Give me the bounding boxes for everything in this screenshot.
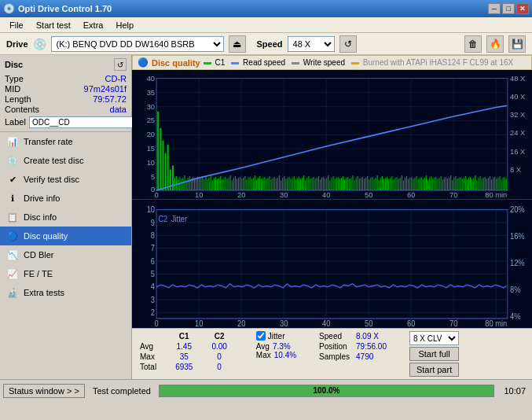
svg-rect-247 — [496, 179, 497, 190]
start-full-button[interactable]: Start full — [409, 347, 459, 361]
legend-write-speed: Write speed — [292, 58, 345, 67]
svg-rect-158 — [350, 178, 351, 190]
progress-label: 100.0% — [160, 385, 493, 396]
minimize-button[interactable]: ─ — [488, 3, 501, 14]
main-container: Disc ↺ Type CD-R MID 97m24s01f Length 79… — [0, 55, 532, 379]
svg-rect-197 — [414, 178, 415, 190]
svg-text:35: 35 — [147, 88, 155, 97]
svg-text:80 min: 80 min — [485, 319, 507, 328]
refresh-button[interactable]: ↺ — [339, 35, 357, 53]
drive-select[interactable]: (K:) BENQ DVD DD DW1640 BSRB — [51, 36, 224, 52]
svg-rect-88 — [237, 179, 237, 190]
svg-text:30: 30 — [280, 190, 288, 198]
verify-test-disc-icon: ✔ — [6, 173, 19, 186]
svg-rect-205 — [427, 180, 428, 190]
svg-rect-188 — [400, 178, 401, 190]
chart-header: 🔵 Disc quality C1 Read speed Write speed — [132, 55, 532, 70]
sidebar-item-disc-quality[interactable]: 🔵 Disc quality — [0, 227, 131, 245]
menu-file[interactable]: File — [3, 19, 30, 31]
svg-rect-73 — [212, 180, 213, 190]
svg-rect-81 — [225, 177, 226, 190]
burn-button[interactable]: 🔥 — [486, 35, 504, 53]
menu-start-test[interactable]: Start test — [30, 19, 77, 31]
svg-text:40 X: 40 X — [510, 92, 526, 101]
app-title: Opti Drive Control 1.70 — [18, 4, 488, 13]
title-bar: 💿 Opti Drive Control 1.70 ─ □ ✕ — [0, 0, 532, 17]
svg-rect-134 — [312, 178, 313, 190]
svg-text:0: 0 — [155, 319, 159, 328]
svg-text:8: 8 — [151, 230, 155, 240]
save-button[interactable]: 💾 — [508, 35, 526, 53]
sidebar-item-drive-info[interactable]: ℹ Drive info — [0, 189, 131, 208]
sidebar-item-verify-test-disc[interactable]: ✔ Verify test disc — [0, 170, 131, 189]
svg-rect-179 — [385, 178, 386, 190]
sidebar-item-transfer-rate[interactable]: 📊 Transfer rate — [0, 132, 131, 151]
app-icon: 💿 — [3, 3, 15, 14]
speed-mode-select[interactable]: 8 X CLV — [409, 331, 459, 345]
svg-rect-233 — [473, 178, 474, 190]
stats-header-c2: C2 — [202, 331, 236, 341]
svg-rect-186 — [397, 177, 398, 190]
nav-label-extra-tests: Extra tests — [24, 288, 64, 297]
svg-rect-182 — [390, 178, 391, 190]
svg-rect-86 — [233, 178, 234, 190]
svg-rect-210 — [435, 177, 436, 190]
chart2-svg: 10 9 8 7 6 5 4 3 2 20% 16% 12% — [132, 200, 532, 329]
maximize-button[interactable]: □ — [502, 3, 515, 14]
jitter-avg-label: Avg — [256, 342, 270, 351]
sidebar-item-create-test-disc[interactable]: 💿 Create test disc — [0, 151, 131, 170]
speed-select[interactable]: 48 X — [288, 36, 335, 52]
start-part-button[interactable]: Start part — [409, 363, 459, 377]
svg-rect-223 — [457, 179, 457, 190]
nav-label-cd-bler: CD Bler — [24, 250, 54, 260]
position-value: 79:56.00 — [353, 341, 390, 352]
sidebar-item-disc-info[interactable]: 📋 Disc info — [0, 208, 131, 227]
svg-text:15: 15 — [147, 144, 155, 153]
status-window-button[interactable]: Status window > > — [3, 384, 85, 398]
svg-rect-240 — [485, 177, 486, 190]
svg-rect-216 — [446, 177, 446, 190]
svg-rect-128 — [302, 178, 303, 190]
svg-rect-181 — [388, 179, 389, 190]
svg-rect-114 — [279, 175, 280, 190]
svg-rect-200 — [420, 178, 420, 190]
svg-rect-68 — [204, 179, 204, 190]
svg-rect-139 — [320, 179, 321, 190]
chart-legend: C1 Read speed Write speed Burned with AT… — [204, 58, 513, 67]
svg-rect-190 — [403, 180, 404, 190]
svg-rect-82 — [226, 179, 227, 190]
svg-rect-167 — [365, 178, 366, 190]
stats-row-avg: Avg 1.45 0.00 — [137, 341, 237, 352]
svg-rect-131 — [306, 178, 307, 190]
disc-refresh-button[interactable]: ↺ — [114, 58, 127, 71]
svg-rect-98 — [253, 178, 254, 190]
sidebar-item-cd-bler[interactable]: 📉 CD Bler — [0, 245, 131, 264]
svg-rect-136 — [315, 179, 316, 190]
erase-button[interactable]: 🗑 — [464, 35, 482, 53]
svg-rect-185 — [394, 178, 395, 190]
sidebar-item-extra-tests[interactable]: 🔬 Extra tests — [0, 283, 131, 302]
svg-rect-91 — [241, 179, 242, 190]
stats-c1-total: 6935 — [166, 362, 202, 372]
svg-rect-214 — [442, 179, 443, 190]
svg-rect-143 — [326, 178, 327, 190]
disc-label-input[interactable] — [29, 116, 135, 128]
svg-text:16 X: 16 X — [510, 146, 526, 155]
menu-extra[interactable]: Extra — [77, 19, 110, 31]
svg-rect-65 — [199, 179, 200, 190]
svg-rect-229 — [467, 179, 468, 190]
svg-rect-112 — [276, 179, 277, 190]
jitter-checkbox[interactable] — [256, 331, 266, 341]
nav-items: 📊 Transfer rate 💿 Create test disc ✔ Ver… — [0, 132, 131, 379]
sidebar-item-fe-te[interactable]: 📈 FE / TE — [0, 264, 131, 283]
menu-help[interactable]: Help — [109, 19, 140, 31]
eject-button[interactable]: ⏏ — [229, 35, 246, 53]
svg-rect-56 — [184, 175, 185, 190]
jitter-label: Jitter — [268, 332, 285, 341]
svg-rect-100 — [256, 180, 257, 190]
svg-rect-213 — [441, 176, 442, 190]
svg-rect-141 — [323, 177, 324, 190]
close-button[interactable]: ✕ — [516, 3, 529, 14]
svg-rect-159 — [352, 175, 353, 190]
svg-rect-168 — [367, 176, 368, 190]
